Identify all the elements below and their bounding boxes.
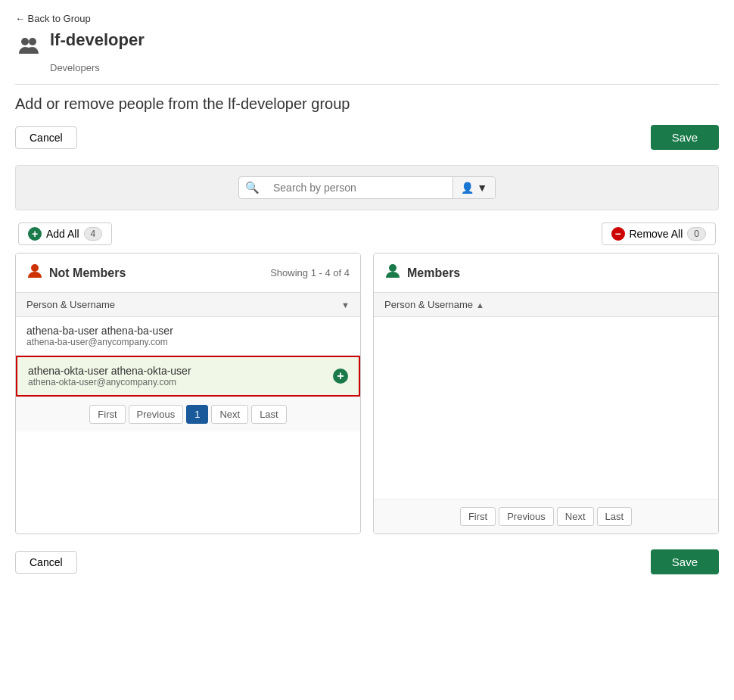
not-member-row-1-inner: athena-ba-user athena-ba-user athena-ba-… <box>26 325 350 347</box>
not-member-row-2-name: athena-okta-user athena-okta-user <box>28 365 191 377</box>
minus-circle-icon: − <box>611 227 625 241</box>
search-box: 🔍 👤 ▼ <box>238 176 496 199</box>
members-previous-button[interactable]: Previous <box>499 507 554 526</box>
back-link[interactable]: ← Back to Group <box>15 13 91 24</box>
svg-point-1 <box>29 38 36 45</box>
not-members-first-button[interactable]: First <box>89 405 125 424</box>
add-all-button[interactable]: + Add All 4 <box>18 222 112 245</box>
members-column-header[interactable]: Person & Username ▲ <box>374 292 718 317</box>
dropdown-arrow-icon: ▼ <box>477 182 487 194</box>
members-person-icon <box>384 263 401 283</box>
page-title: Add or remove people from the lf-develop… <box>15 95 719 113</box>
group-subtitle: Developers <box>50 62 719 73</box>
header-divider <box>15 84 719 85</box>
page-wrapper: ← Back to Group lf-developer Developers … <box>0 0 734 586</box>
remove-all-count: 0 <box>687 227 706 241</box>
not-member-row-2-inner: athena-okta-user athena-okta-user athena… <box>28 365 348 387</box>
add-all-label: Add All <box>46 228 79 240</box>
not-members-previous-button[interactable]: Previous <box>129 405 184 424</box>
plus-circle-icon: + <box>28 227 42 241</box>
remove-all-label: Remove All <box>630 228 683 240</box>
not-member-row-1[interactable]: athena-ba-user athena-ba-user athena-ba-… <box>16 317 360 356</box>
not-members-pagination: First Previous 1 Next Last <box>16 397 360 431</box>
svg-point-0 <box>21 38 29 45</box>
not-members-count: Showing 1 - 4 of 4 <box>270 267 350 278</box>
not-members-panel: Not Members Showing 1 - 4 of 4 Person & … <box>15 253 361 534</box>
search-filter-button[interactable]: 👤 ▼ <box>453 177 495 198</box>
top-actions: Cancel Save <box>15 125 719 150</box>
not-member-row-1-email: athena-ba-user@anycompany.com <box>26 337 173 347</box>
members-pagination: First Previous Next Last <box>374 499 718 534</box>
cancel-button-top[interactable]: Cancel <box>15 126 77 149</box>
not-members-page-1-button[interactable]: 1 <box>186 405 208 424</box>
group-avatar-icon <box>15 32 42 59</box>
person-filter-icon: 👤 <box>461 182 474 194</box>
not-members-title: Not Members <box>49 266 264 280</box>
members-first-button[interactable]: First <box>460 507 496 526</box>
save-button-bottom[interactable]: Save <box>651 549 719 574</box>
not-members-next-button[interactable]: Next <box>211 405 248 424</box>
not-member-row-2[interactable]: athena-okta-user athena-okta-user athena… <box>16 356 360 397</box>
members-header: Members <box>374 254 718 292</box>
not-members-column-header[interactable]: Person & Username ▼ <box>16 292 360 317</box>
cancel-button-bottom[interactable]: Cancel <box>15 551 77 574</box>
not-members-column-dropdown-icon: ▼ <box>341 300 350 310</box>
not-member-row-1-name: athena-ba-user athena-ba-user <box>26 325 173 337</box>
search-input[interactable] <box>266 177 453 198</box>
bottom-actions: Cancel Save <box>15 549 719 574</box>
members-title: Members <box>407 266 708 280</box>
add-member-inline-button[interactable]: + <box>333 369 348 384</box>
members-empty-area <box>374 317 718 499</box>
members-panel: Members Person & Username ▲ First Previo… <box>373 253 719 534</box>
not-members-person-icon <box>26 263 43 283</box>
not-member-row-2-email: athena-okta-user@anycompany.com <box>28 377 191 387</box>
svg-point-3 <box>389 264 397 272</box>
not-members-column-label: Person & Username <box>26 299 115 310</box>
group-header: lf-developer <box>15 30 719 59</box>
members-column-label: Person & Username <box>384 299 473 310</box>
svg-point-2 <box>31 264 39 272</box>
search-panel: 🔍 👤 ▼ <box>15 165 719 210</box>
members-last-button[interactable]: Last <box>597 507 633 526</box>
not-members-last-button[interactable]: Last <box>251 405 287 424</box>
members-sort-up-icon: ▲ <box>476 300 484 310</box>
not-member-row-2-info: athena-okta-user athena-okta-user athena… <box>28 365 191 387</box>
not-members-column-select: Person & Username ▼ <box>26 299 350 310</box>
not-members-header: Not Members Showing 1 - 4 of 4 <box>16 254 360 292</box>
panels-row: Not Members Showing 1 - 4 of 4 Person & … <box>15 253 719 534</box>
not-member-row-1-info: athena-ba-user athena-ba-user athena-ba-… <box>26 325 173 347</box>
search-icon: 🔍 <box>239 181 266 194</box>
add-remove-row: + Add All 4 − Remove All 0 <box>15 222 719 245</box>
group-name: lf-developer <box>50 30 145 50</box>
members-next-button[interactable]: Next <box>557 507 594 526</box>
remove-all-button[interactable]: − Remove All 0 <box>602 222 717 245</box>
add-all-count: 4 <box>84 227 103 241</box>
save-button-top[interactable]: Save <box>651 125 719 150</box>
